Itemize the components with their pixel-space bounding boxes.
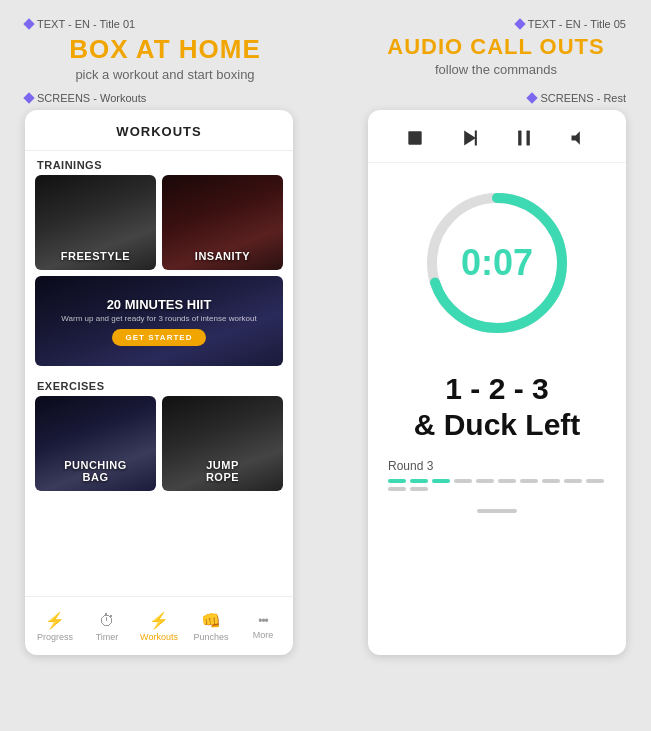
round-dots [388,479,606,491]
insanity-label: INSANITY [162,250,283,262]
svg-rect-0 [409,131,422,144]
dot-6 [498,479,516,483]
timer-area: 0:07 [368,163,626,353]
trainings-label: TRAININGS [25,151,293,175]
dot-3 [432,479,450,483]
stop-button[interactable] [401,124,429,152]
tag-right-text: TEXT - EN - Title 05 [528,18,626,30]
workout-grid: FREESTYLE INSANITY [25,175,293,270]
exercises-grid: PUNCHING BAG JUMP ROPE [25,396,293,491]
screens-tag-left: SCREENS - Workouts [25,92,146,104]
tag-right: TEXT - EN - Title 05 [516,18,626,30]
featured-card[interactable]: 20 MINUTES HIIT Warm up and get ready fo… [35,276,283,366]
handle-bar [477,509,517,513]
nav-timer-label: Timer [96,632,119,642]
svg-rect-4 [527,131,530,146]
diamond-icon [23,18,34,29]
jump-rope-label: JUMP ROPE [162,459,283,483]
featured-subtitle: Warm up and get ready for 3 rounds of in… [61,314,256,323]
freestyle-thumb[interactable]: FREESTYLE [35,175,156,270]
screens-tag-left-text: SCREENS - Workouts [37,92,146,104]
timer-ring: 0:07 [417,183,577,343]
featured-title: 20 MINUTES HIIT [107,297,212,312]
drag-handle [368,499,626,523]
timer-display: 0:07 [417,183,577,343]
right-app-title: AUDIO CALL OUTS [366,34,626,60]
nav-more[interactable]: ••• More [237,614,289,640]
workouts-icon: ⚡ [149,611,169,630]
skip-next-button[interactable] [456,124,484,152]
workouts-header: WORKOUTS [116,124,201,139]
nav-punches[interactable]: 👊 Punches [185,611,237,642]
progress-icon: ⚡ [45,611,65,630]
dot-7 [520,479,538,483]
dot-10 [586,479,604,483]
bottom-nav: ⚡ Progress ⏱ Timer ⚡ Workouts 👊 Punches … [25,596,293,655]
volume-button[interactable] [565,124,593,152]
right-title-block: AUDIO CALL OUTS follow the commands [366,34,626,82]
left-app-title: BOX AT HOME [25,34,305,65]
timer-icon: ⏱ [99,612,115,630]
diamond-icon-right [514,18,525,29]
round-info: Round 3 [368,443,626,499]
nav-timer[interactable]: ⏱ Timer [81,612,133,642]
svg-rect-3 [518,131,521,146]
featured-overlay: 20 MINUTES HIIT Warm up and get ready fo… [35,276,283,366]
phone-content: TRAININGS FREESTYLE INSANITY [25,151,293,596]
dot-8 [542,479,560,483]
nav-workouts-label: Workouts [140,632,178,642]
dot-12 [410,487,428,491]
more-icon: ••• [258,614,268,628]
phone-header: WORKOUTS [25,110,293,151]
round-label: Round 3 [388,459,606,473]
command-text: 1 - 2 - 3& Duck Left [388,371,606,443]
left-title-block: BOX AT HOME pick a workout and start box… [25,34,305,82]
nav-punches-label: Punches [193,632,228,642]
diamond-icon-s1 [23,92,34,103]
dot-11 [388,487,406,491]
jump-rope-thumb[interactable]: JUMP ROPE [162,396,283,491]
dot-1 [388,479,406,483]
svg-marker-5 [571,131,579,144]
dot-5 [476,479,494,483]
nav-more-label: More [253,630,274,640]
nav-progress-label: Progress [37,632,73,642]
pause-button[interactable] [510,124,538,152]
insanity-thumb[interactable]: INSANITY [162,175,283,270]
left-app-subtitle: pick a workout and start boxing [25,67,305,82]
punches-icon: 👊 [201,611,221,630]
screens-tag-right-text: SCREENS - Rest [540,92,626,104]
phone-right: 0:07 1 - 2 - 3& Duck Left Round 3 [368,110,626,655]
get-started-button[interactable]: GET STARTED [112,329,207,346]
diamond-icon-s2 [527,92,538,103]
nav-workouts[interactable]: ⚡ Workouts [133,611,185,642]
phone-left: WORKOUTS TRAININGS FREESTYLE INSANITY [25,110,293,655]
nav-progress[interactable]: ⚡ Progress [29,611,81,642]
tag-left: TEXT - EN - Title 01 [25,18,135,30]
right-app-subtitle: follow the commands [366,62,626,77]
command-area: 1 - 2 - 3& Duck Left [368,353,626,443]
exercises-label: EXERCISES [25,372,293,396]
dot-9 [564,479,582,483]
dot-2 [410,479,428,483]
freestyle-label: FREESTYLE [35,250,156,262]
player-controls [368,110,626,163]
svg-marker-1 [464,131,476,146]
dot-4 [454,479,472,483]
punching-bag-thumb[interactable]: PUNCHING BAG [35,396,156,491]
tag-left-text: TEXT - EN - Title 01 [37,18,135,30]
screens-tag-right: SCREENS - Rest [528,92,626,104]
punching-bag-label: PUNCHING BAG [35,459,156,483]
